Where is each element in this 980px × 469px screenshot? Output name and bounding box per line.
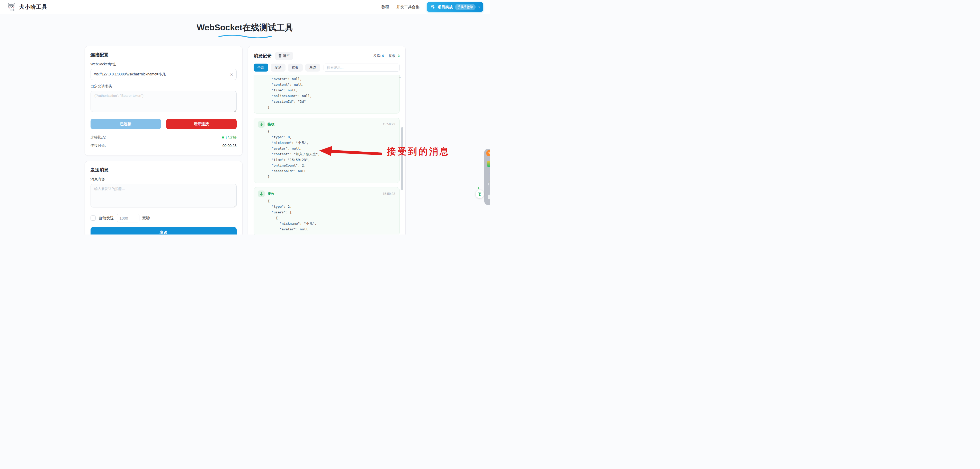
clear-log-button[interactable]: 清空 <box>275 52 293 60</box>
widget-square-icon[interactable] <box>488 195 490 199</box>
scroll-up-arrow-icon[interactable]: ▲ <box>399 75 401 78</box>
tab-sent[interactable]: 发送 <box>271 64 285 72</box>
ws-url-input[interactable] <box>91 69 237 80</box>
page-title: WebSocket在线测试工具 <box>0 22 490 34</box>
message-list: "avatar": null, "content": null, "time":… <box>254 75 400 234</box>
message-content-textarea[interactable] <box>91 184 237 207</box>
search-messages-input[interactable] <box>324 64 400 72</box>
message-log-card: 消息记录 清空 发送:0 接收:3 <box>248 46 406 234</box>
duration-value: 00:00:23 <box>223 144 237 148</box>
connect-button[interactable]: 已连接 <box>91 119 161 129</box>
send-button[interactable]: 发送 <box>91 227 237 234</box>
connection-duration-row: 连接时长: 00:00:23 <box>91 142 237 150</box>
husky-logo-icon <box>7 2 16 11</box>
title-wave-underline <box>218 35 272 38</box>
cta-label: 项目实战 <box>438 5 453 10</box>
status-value: 已连接 <box>222 135 237 140</box>
trash-icon <box>278 54 282 57</box>
tab-system[interactable]: 系统 <box>305 64 320 72</box>
brand-area[interactable]: 犬小哈工具 <box>7 2 47 11</box>
left-column: 连接配置 WebSocket地址 ✕ 自定义请求头 已连接 断开连接 连接状态:… <box>84 46 243 234</box>
main-content: 连接配置 WebSocket地址 ✕ 自定义请求头 已连接 断开连接 连接状态:… <box>84 46 406 234</box>
auto-send-checkbox[interactable] <box>91 215 96 220</box>
upload-arrow-icon: ↑ <box>489 172 490 175</box>
direction-label: 接收 <box>268 122 274 127</box>
custom-headers-textarea[interactable] <box>91 91 237 112</box>
message-log-title: 消息记录 <box>254 53 272 59</box>
brand-title: 犬小哈工具 <box>19 3 47 11</box>
nav-link-devtools[interactable]: 开发工具合集 <box>396 5 420 10</box>
navbar: 犬小哈工具 教程 开发工具合集 项目实战 手摸手教学 › <box>0 0 490 14</box>
disconnect-button[interactable]: 断开连接 <box>166 119 237 129</box>
tab-all[interactable]: 全部 <box>254 64 268 72</box>
green-dot-icon <box>222 136 224 139</box>
message-card: "avatar": null, "content": null, "time":… <box>254 75 400 113</box>
connection-status-row: 连接状态: 已连接 <box>91 133 237 142</box>
clear-input-icon[interactable]: ✕ <box>230 73 233 77</box>
message-time: 15:59:23 <box>383 192 395 196</box>
message-json: "avatar": null, "content": null, "time":… <box>258 76 395 110</box>
auto-send-row: 自动发送 毫秒 <box>91 214 237 222</box>
connection-config-title: 连接配置 <box>91 52 237 58</box>
send-message-card: 发送消息 消息内容 自动发送 毫秒 发送 <box>84 161 243 234</box>
message-card-header: 接收 15:59:23 <box>258 121 395 128</box>
nav-link-tutorials[interactable]: 教程 <box>382 5 389 10</box>
message-time: 15:59:23 <box>383 123 395 126</box>
tab-received[interactable]: 接收 <box>288 64 303 72</box>
message-card-header: 接收 15:59:23 <box>258 190 395 197</box>
cta-project-button[interactable]: 项目实战 手摸手教学 › <box>427 2 483 12</box>
arrow-down-receive-icon <box>258 190 265 197</box>
floating-side-widget: 1 6. ↑ 34 ↓ ✦ ✦ Y <box>472 144 490 211</box>
message-card: 接收 15:59:23 { "type": 2, "users": [ { "n… <box>254 187 400 234</box>
download-arrow-icon: ↓ <box>489 180 490 183</box>
auto-send-label: 自动发送 <box>99 216 114 220</box>
scrollbar-thumb[interactable] <box>401 127 403 190</box>
status-label: 连接状态: <box>91 135 106 140</box>
chevron-right-icon: › <box>479 5 480 9</box>
interval-input[interactable] <box>117 214 139 222</box>
widget-notification-badge: 1 <box>487 150 490 156</box>
arrow-down-receive-icon <box>258 121 265 128</box>
duration-label: 连接时长: <box>91 144 106 148</box>
direction-label: 接收 <box>268 191 274 196</box>
custom-headers-label: 自定义请求头 <box>91 84 237 89</box>
message-log-header: 消息记录 清空 发送:0 接收:3 <box>254 52 400 60</box>
cta-badge: 手摸手教学 <box>455 4 476 10</box>
widget-gradient-icon[interactable] <box>487 161 490 167</box>
connection-buttons: 已连接 断开连接 <box>91 119 237 129</box>
received-counter: 接收:3 <box>389 54 399 58</box>
ws-url-input-wrap: ✕ <box>91 69 237 80</box>
y-logo-button[interactable]: Y <box>476 190 484 198</box>
send-message-title: 发送消息 <box>91 167 237 173</box>
message-filter-row: 全部 发送 接收 系统 <box>254 64 400 72</box>
message-card: 接收 15:59:23 { "type": 0, "nickname": "小凡… <box>254 118 400 183</box>
cursor-click-icon <box>431 5 436 9</box>
sent-counter: 发送:0 <box>373 54 384 58</box>
right-column: 消息记录 清空 发送:0 接收:3 <box>248 46 406 234</box>
nav-links: 教程 开发工具合集 项目实战 手摸手教学 › <box>382 2 483 12</box>
message-json: { "type": 0, "nickname": "小凡", "avatar":… <box>258 129 395 180</box>
screenshot-crop-icon[interactable] <box>488 183 490 187</box>
message-counters: 发送:0 接收:3 <box>373 54 400 58</box>
connection-config-card: 连接配置 WebSocket地址 ✕ 自定义请求头 已连接 断开连接 连接状态:… <box>84 46 243 156</box>
message-json: { "type": 2, "users": [ { "nickname": "小… <box>258 198 395 232</box>
ws-url-label: WebSocket地址 <box>91 62 237 67</box>
interval-unit: 毫秒 <box>142 216 150 220</box>
message-content-label: 消息内容 <box>91 177 237 182</box>
